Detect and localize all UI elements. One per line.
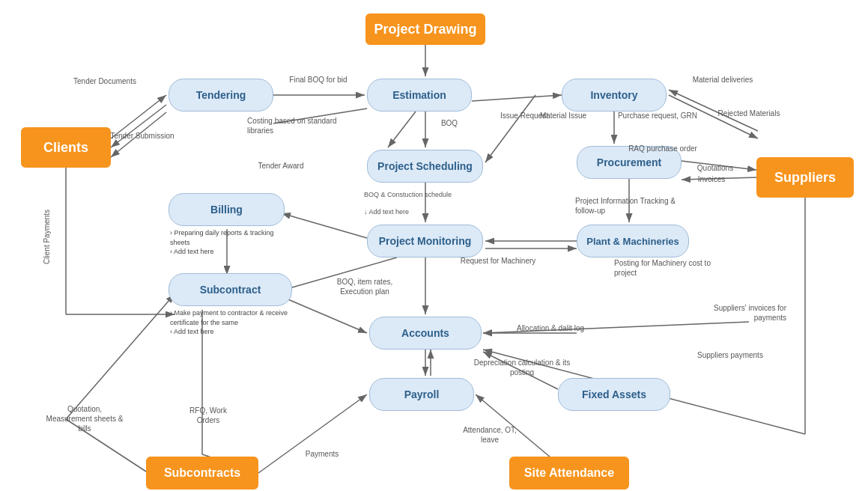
suppliers-box: Suppliers: [756, 157, 854, 198]
accounts-box: Accounts: [369, 317, 482, 350]
svg-line-36: [472, 95, 562, 101]
subcontracts-box: Subcontracts: [146, 457, 258, 490]
tender-submission-label: Tender Submission: [105, 131, 180, 141]
project-scheduling-label: Project Scheduling: [377, 160, 473, 172]
add-text1-label: ↓ Add text here: [364, 208, 461, 217]
svg-line-34: [485, 95, 535, 162]
fixed-assets-label: Fixed Assets: [582, 388, 646, 400]
project-monitoring-label: Project Monitoring: [379, 235, 472, 247]
posting-machinery-label: Posting for Machinery cost to project: [614, 258, 719, 278]
site-attendance-box: Site Attendance: [509, 457, 629, 490]
svg-line-13: [279, 296, 367, 333]
quotations-label: Quotations: [682, 163, 749, 173]
boq-item-rates-label: BOQ, item rates, Execution plan: [324, 277, 406, 296]
diagram-container: Project Drawing Tendering Estimation Inv…: [0, 0, 868, 491]
suppliers-invoices-label: Suppliers' invoices for payments: [704, 303, 786, 323]
fixed-assets-box: Fixed Assets: [558, 378, 670, 411]
billing-sub2: › Add text here: [170, 248, 214, 255]
subcontract-sub2: › Add text here: [170, 328, 214, 335]
subcontract-sub1: › Make payment to contractor & receive c…: [170, 309, 288, 326]
quotation-measurement-label: Quotation, Measurement sheets & bills: [43, 404, 126, 433]
project-drawing-label: Project Drawing: [374, 22, 476, 37]
clients-label: Clients: [43, 140, 88, 156]
subcontract-section: Subcontract › Make payment to contractor…: [169, 273, 292, 337]
boq-label: BOQ: [434, 118, 464, 128]
tendering-box: Tendering: [169, 79, 273, 112]
suppliers-payments-label: Suppliers payments: [689, 350, 771, 360]
material-issue-label: Material Issue: [533, 111, 593, 121]
project-drawing-box: Project Drawing: [365, 13, 485, 45]
svg-line-35: [388, 112, 416, 147]
boq-construction-label: BOQ & Constuction schedule: [364, 191, 461, 200]
project-monitoring-box: Project Monitoring: [367, 225, 483, 257]
project-scheduling-box: Project Scheduling: [367, 150, 483, 183]
rejected-materials-label: Rejected Materials: [711, 109, 786, 118]
svg-line-10: [282, 213, 367, 238]
material-deliveries-label: Material deliveries: [674, 75, 771, 85]
tender-award-label: Tender Award: [247, 161, 315, 171]
depreciation-label: Depreciation calculation & its posting: [462, 358, 582, 377]
attendance-label: Attendance, OT, leave: [460, 425, 520, 445]
estimation-label: Estimation: [392, 89, 446, 101]
subcontract-label: Subcontract: [200, 284, 261, 296]
costing-based-label: Costing based on standard libraries: [247, 116, 345, 135]
svg-line-40: [66, 294, 174, 419]
payroll-label: Payroll: [404, 388, 440, 400]
invoices-label: Invoices: [682, 174, 741, 184]
plant-machineries-label: Plant & Machineries: [586, 236, 679, 247]
rfq-work-orders-label: RFQ, Work Orders: [178, 406, 238, 425]
subcontract-box: Subcontract: [169, 273, 292, 306]
billing-label: Billing: [210, 204, 243, 216]
request-machinery-label: Request for Machinery: [442, 256, 554, 266]
clients-box: Clients: [21, 127, 111, 168]
payments-label: Payments: [292, 449, 352, 459]
procurement-label: Procurement: [597, 156, 661, 168]
inventory-label: Inventory: [590, 89, 637, 101]
allocation-dalit-label: Allocation & dalit log: [498, 323, 603, 333]
svg-line-21: [111, 105, 166, 147]
billing-sub: › Preparing daily reports & tracking she…: [169, 228, 285, 257]
tendering-label: Tendering: [196, 89, 246, 101]
client-payments-label: Client Payments: [42, 204, 52, 271]
site-attendance-label: Site Attendance: [524, 466, 614, 480]
suppliers-label: Suppliers: [774, 170, 836, 186]
subcontract-sub: › Make payment to contractor & receive c…: [169, 308, 292, 337]
svg-line-31: [258, 394, 367, 473]
billing-section: Billing › Preparing daily reports & trac…: [169, 193, 285, 257]
accounts-label: Accounts: [401, 327, 449, 339]
billing-sub1: › Preparing daily reports & tracking she…: [170, 229, 274, 246]
estimation-box: Estimation: [367, 79, 472, 112]
billing-box: Billing: [169, 193, 285, 226]
purchase-request-label: Purchase request, GRN: [613, 111, 702, 121]
raq-purchase-label: RAQ purchase order: [614, 144, 711, 153]
project-info-label: Project Information Tracking & follow-up: [575, 196, 680, 216]
payroll-box: Payroll: [369, 378, 474, 411]
inventory-box: Inventory: [562, 79, 667, 112]
final-boq-label: Final BOQ for bid: [277, 75, 359, 85]
tender-documents-label: Tender Documents: [52, 76, 157, 86]
subcontracts-label: Subcontracts: [164, 466, 240, 480]
plant-machineries-box: Plant & Machineries: [577, 225, 689, 257]
